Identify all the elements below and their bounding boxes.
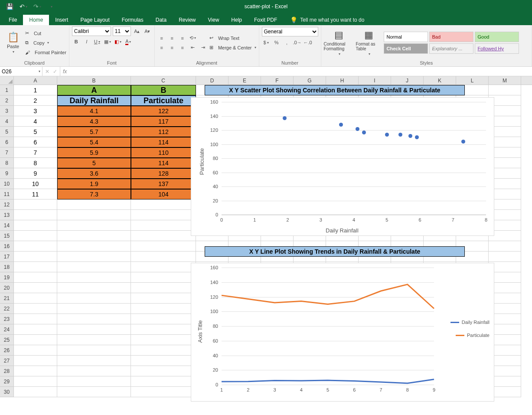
percent-format-icon[interactable]: % xyxy=(272,38,281,47)
increase-indent-icon[interactable]: ⇥ xyxy=(199,43,208,52)
align-center-icon[interactable]: ≡ xyxy=(168,43,176,52)
cell[interactable]: 7.3 xyxy=(57,189,131,199)
cell[interactable] xyxy=(14,335,57,345)
col-header-M[interactable]: M xyxy=(489,76,521,85)
cell[interactable] xyxy=(57,293,131,304)
tab-review[interactable]: Review xyxy=(173,15,202,25)
col-header-L[interactable]: L xyxy=(456,76,489,85)
row-header[interactable]: 10 xyxy=(0,179,14,189)
cell[interactable] xyxy=(14,304,57,314)
row-header[interactable]: 23 xyxy=(0,314,14,324)
row-header[interactable]: 13 xyxy=(0,210,14,220)
tell-me-search[interactable]: 💡 Tell me what you want to do xyxy=(287,15,368,25)
qat-customize-icon[interactable]: ▾ xyxy=(45,1,57,12)
row-header[interactable]: 20 xyxy=(0,283,14,293)
cell[interactable] xyxy=(489,252,521,262)
cell-styles-gallery[interactable]: Normal Bad Good Check Cell Explanatory .… xyxy=(384,32,519,54)
save-icon[interactable]: 💾 xyxy=(3,1,16,12)
format-painter-button[interactable]: 🖌 Format Painter xyxy=(25,48,66,57)
cell[interactable] xyxy=(131,210,196,220)
format-as-table-button[interactable]: ▦ Format as Table▾ xyxy=(356,29,382,57)
row-header[interactable]: 22 xyxy=(0,304,14,314)
tab-formulas[interactable]: Formulas xyxy=(116,15,150,25)
worksheet-grid[interactable]: ABCDEFGHIJKLM 11AB22Daily RainfallPartic… xyxy=(0,76,532,415)
row-header[interactable]: 29 xyxy=(0,376,14,387)
row-header[interactable]: 7 xyxy=(0,147,14,158)
row-header[interactable]: 9 xyxy=(0,168,14,179)
col-header-A[interactable]: A xyxy=(14,76,57,85)
row-header[interactable]: 30 xyxy=(0,387,14,397)
line-chart[interactable]: Axis Title Daily Rainfall Particulate 02… xyxy=(191,263,494,402)
cell[interactable] xyxy=(57,231,131,241)
style-normal[interactable]: Normal xyxy=(384,32,428,42)
row-header[interactable]: 15 xyxy=(0,231,14,241)
cell[interactable] xyxy=(131,293,196,304)
cell[interactable] xyxy=(489,241,521,252)
cell[interactable]: 4 xyxy=(14,116,57,127)
row-header[interactable]: 6 xyxy=(0,137,14,147)
cell[interactable] xyxy=(57,199,131,210)
undo-icon[interactable]: ↶▾ xyxy=(17,1,29,12)
cell[interactable] xyxy=(57,304,131,314)
increase-decimal-icon[interactable]: .0→ xyxy=(293,38,302,47)
tab-foxit[interactable]: Foxit PDF xyxy=(248,15,283,25)
row-header[interactable]: 2 xyxy=(0,95,14,106)
cell[interactable] xyxy=(131,387,196,397)
decrease-indent-icon[interactable]: ⇤ xyxy=(189,43,197,52)
cell[interactable]: 110 xyxy=(131,147,196,158)
style-check-cell[interactable]: Check Cell xyxy=(384,43,428,54)
col-header-H[interactable]: H xyxy=(326,76,359,85)
cell[interactable] xyxy=(57,345,131,356)
fx-icon[interactable]: fx xyxy=(60,67,69,76)
align-left-icon[interactable]: ≡ xyxy=(157,43,166,52)
cell[interactable]: 4.1 xyxy=(57,106,131,116)
row-header[interactable]: 25 xyxy=(0,335,14,345)
cell[interactable] xyxy=(14,252,57,262)
cell[interactable]: 5 xyxy=(57,158,131,168)
cell[interactable]: 6 xyxy=(14,137,57,147)
font-color-button[interactable]: A▾ xyxy=(124,37,133,46)
cell[interactable] xyxy=(14,231,57,241)
row-header[interactable]: 14 xyxy=(0,220,14,231)
cell[interactable]: 8 xyxy=(14,158,57,168)
cell[interactable]: 10 xyxy=(14,179,57,189)
cell[interactable]: 9 xyxy=(14,168,57,179)
row-header[interactable]: 3 xyxy=(0,106,14,116)
row-header[interactable]: 27 xyxy=(0,356,14,366)
cell[interactable] xyxy=(14,376,57,387)
tab-home[interactable]: Home xyxy=(23,15,49,25)
cell[interactable] xyxy=(57,252,131,262)
row-header[interactable]: 21 xyxy=(0,293,14,304)
col-header-I[interactable]: I xyxy=(359,76,391,85)
cell[interactable]: 117 xyxy=(131,116,196,127)
cell[interactable] xyxy=(131,324,196,335)
cell[interactable] xyxy=(14,272,57,283)
cell[interactable] xyxy=(57,262,131,272)
cell[interactable] xyxy=(131,252,196,262)
align-bottom-icon[interactable]: ≡ xyxy=(178,34,187,42)
row-header[interactable]: 12 xyxy=(0,199,14,210)
row-header[interactable]: 4 xyxy=(0,116,14,127)
row-header[interactable]: 19 xyxy=(0,272,14,283)
tab-insert[interactable]: Insert xyxy=(49,15,74,25)
cell[interactable] xyxy=(131,304,196,314)
cell[interactable] xyxy=(14,283,57,293)
style-explanatory[interactable]: Explanatory ... xyxy=(429,43,473,54)
row-header[interactable]: 28 xyxy=(0,366,14,376)
cell[interactable] xyxy=(14,262,57,272)
cell[interactable] xyxy=(57,272,131,283)
cell[interactable] xyxy=(489,85,521,95)
style-bad[interactable]: Bad xyxy=(429,32,473,42)
cell[interactable] xyxy=(131,220,196,231)
cell[interactable] xyxy=(14,210,57,220)
bold-button[interactable]: B xyxy=(72,37,81,46)
cell[interactable] xyxy=(57,324,131,335)
font-name-select[interactable]: Calibri xyxy=(72,26,111,36)
col-header-G[interactable]: G xyxy=(294,76,326,85)
cell[interactable] xyxy=(131,199,196,210)
borders-button[interactable]: ▦▾ xyxy=(103,37,112,46)
cell[interactable]: 137 xyxy=(131,179,196,189)
italic-button[interactable]: I xyxy=(82,37,91,46)
fill-color-button[interactable]: ◧▾ xyxy=(114,37,122,46)
wrap-text-button[interactable]: ↩ Wrap Text xyxy=(209,34,256,42)
